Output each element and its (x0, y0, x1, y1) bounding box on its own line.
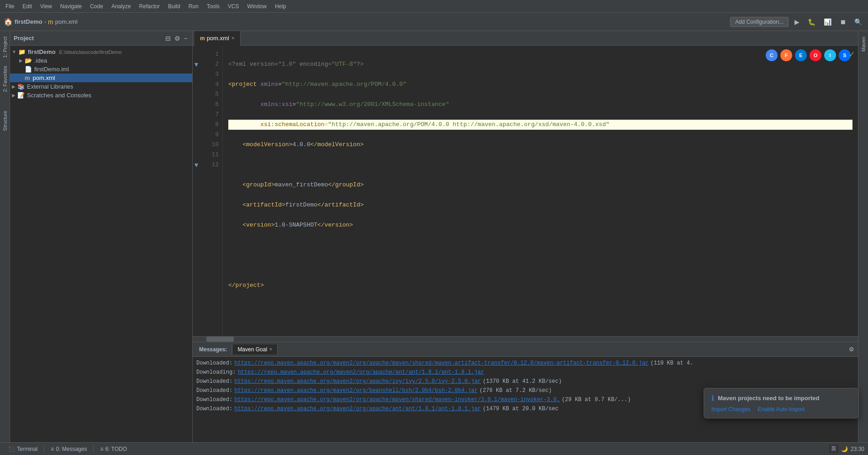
pom-file-icon: m (48, 18, 53, 26)
menu-refactor[interactable]: Refactor (136, 2, 163, 11)
left-sidebar: 1: Project 2: Favorites Structure (0, 31, 10, 442)
log-link-2[interactable]: https://repo.maven.apache.org/maven2/org… (237, 368, 484, 377)
systray-lang[interactable]: 英 (829, 444, 838, 453)
maven-goal-tab[interactable]: Maven Goal ✕ (233, 344, 278, 354)
project-settings-button[interactable]: ⚙ (174, 34, 181, 43)
maven-goal-label: Maven Goal (237, 346, 267, 353)
log-line-2: Downloading: https://repo.maven.apache.o… (196, 368, 854, 377)
menu-vcs[interactable]: VCS (224, 2, 243, 11)
menu-navigate[interactable]: Navigate (57, 2, 85, 11)
log-link-4[interactable]: https://repo.maven.apache.org/maven2/org… (234, 386, 478, 395)
sidebar-item-structure[interactable]: Structure (1, 107, 9, 135)
menu-build[interactable]: Build (164, 2, 184, 11)
project-minimize-button[interactable]: − (183, 34, 189, 43)
project-layout-button[interactable]: ⊟ (164, 34, 172, 43)
bottom-taskbar: ⬛ Terminal ≡ 0: Messages ≡ 6: TODO 英 🌙 2… (0, 442, 868, 455)
code-line-10 (228, 240, 852, 250)
tab-close-button[interactable]: ✕ (231, 36, 235, 41)
editor-check-icon: ✓ (848, 49, 855, 59)
log-prefix-4: Downloaded: (196, 386, 232, 395)
code-line-12: </project> (228, 280, 852, 291)
right-tab-maven[interactable]: Maven (860, 33, 867, 55)
log-link-5[interactable]: https://repo.maven.apache.org/maven2/org… (234, 395, 560, 404)
maven-goal-close[interactable]: ✕ (269, 347, 273, 352)
tree-root-firstDemo[interactable]: ▼ 📁 firstDemo E:\Idea\classcode\firstDem… (10, 48, 192, 56)
menu-edit[interactable]: Edit (19, 2, 36, 11)
menu-window[interactable]: Window (243, 2, 270, 11)
log-prefix-1: Downloaded: (196, 359, 232, 368)
stop-button[interactable]: ⏹ (837, 17, 848, 27)
log-prefix-6: Downloaded: (196, 404, 232, 413)
bottom-tabs: Messages: Maven Goal ✕ ⚙ (193, 342, 858, 357)
ie-icon[interactable]: I (824, 49, 836, 61)
horizontal-scrollbar[interactable] (193, 336, 858, 342)
sidebar-item-project[interactable]: 1: Project (1, 33, 9, 61)
coverage-button[interactable]: 📊 (821, 17, 834, 27)
taskbar-todo[interactable]: ≡ 6: TODO (95, 444, 132, 454)
menu-run[interactable]: Run (185, 2, 202, 11)
enable-auto-import-link[interactable]: Enable Auto-Import (758, 406, 805, 413)
project-panel: Project ⊟ ⚙ − ▼ 📁 firstDemo E:\Idea\clas… (10, 31, 193, 442)
project-header: Project ⊟ ⚙ − (10, 31, 192, 46)
run-button[interactable]: ▶ (792, 17, 802, 27)
menu-analyze[interactable]: Analyze (108, 2, 135, 11)
fold-gutter[interactable]: ▼ ▼ (193, 46, 200, 336)
menu-code[interactable]: Code (86, 2, 107, 11)
root-path: E:\Idea\classcode\firstDemo (59, 49, 122, 55)
code-editor[interactable]: <?xml version="1.0" encoding="UTF-8"?> <… (223, 46, 858, 336)
editor-content[interactable]: ▼ ▼ 12345 678910 1112 <?xml version="1.0… (193, 46, 858, 336)
code-line-11 (228, 260, 852, 270)
edge-icon[interactable]: E (795, 49, 807, 61)
chrome-icon[interactable]: C (766, 49, 778, 61)
project-title: Project (14, 35, 163, 42)
log-prefix-3: Downloaded: (196, 377, 232, 386)
log-line-3: Downloaded: https://repo.maven.apache.or… (196, 377, 854, 386)
tree-idea-folder[interactable]: ▶ 📂 .idea (10, 56, 192, 65)
messages-label: 0: Messages (56, 446, 87, 452)
bottom-settings-button[interactable]: ⚙ (847, 345, 856, 354)
log-link-1[interactable]: https://repo.maven.apache.org/maven2/org… (234, 359, 648, 368)
log-link-3[interactable]: https://repo.maven.apache.org/maven2/org… (234, 377, 481, 386)
code-line-1: <?xml version="1.0" encoding="UTF-8"?> (228, 59, 852, 69)
tree-pom-xml[interactable]: ▶ m pom.xml (10, 74, 192, 82)
log-size-1: (110 KB at 4. (651, 359, 694, 368)
breadcrumb-project[interactable]: firstDemo (15, 18, 42, 25)
notification-header: ℹ Maven projects need to be imported (711, 394, 851, 402)
log-line-1: Downloaded: https://repo.maven.apache.or… (196, 359, 854, 368)
log-prefix-2: Downloading: (196, 368, 236, 377)
breadcrumb: 🏠 firstDemo › m pom.xml (4, 17, 78, 26)
notification-popup: ℹ Maven projects need to be imported Imp… (704, 388, 859, 418)
notification-info-icon: ℹ (711, 394, 714, 402)
taskbar-messages[interactable]: ≡ 0: Messages (46, 444, 91, 454)
sidebar-item-favorites[interactable]: 2: Favorites (1, 62, 9, 95)
code-line-9: <version>1.0-SNAPSHOT</version> (228, 220, 852, 230)
right-sidebar: Maven (858, 31, 868, 442)
log-link-6[interactable]: https://repo.maven.apache.org/maven2/org… (234, 404, 481, 413)
taskbar-terminal[interactable]: ⬛ Terminal (4, 444, 42, 454)
import-changes-link[interactable]: Import Changes (711, 406, 750, 413)
menu-view[interactable]: View (37, 2, 56, 11)
log-prefix-5: Downloaded: (196, 395, 232, 404)
tree-external-libraries[interactable]: ▶ 📚 External Libraries (10, 82, 192, 91)
project-tree: ▼ 📁 firstDemo E:\Idea\classcode\firstDem… (10, 46, 192, 442)
menu-tools[interactable]: Tools (203, 2, 223, 11)
taskbar-sep-2 (93, 445, 94, 453)
opera-icon[interactable]: O (810, 49, 821, 61)
scrollbar-thumb[interactable] (206, 337, 234, 342)
menu-help[interactable]: Help (271, 2, 290, 11)
code-line-5: <modelVersion>4.0.0</modelVersion> (228, 140, 852, 150)
menu-file[interactable]: File (2, 2, 18, 11)
tree-scratches[interactable]: ▶ 📝 Scratches and Consoles (10, 91, 192, 100)
log-size-6: (1479 KB at 20.0 KB/sec (483, 404, 558, 413)
editor-tab-pom[interactable]: m pom.xml ✕ (195, 31, 241, 46)
debug-button[interactable]: 🐛 (805, 17, 818, 27)
tree-firstdemo-iml[interactable]: ▶ 📄 firstDemo.iml (10, 65, 192, 74)
toolbar: 🏠 firstDemo › m pom.xml Add Configuratio… (0, 13, 868, 31)
taskbar-sep-1 (44, 445, 44, 453)
breadcrumb-file[interactable]: pom.xml (55, 18, 78, 25)
firefox-icon[interactable]: F (780, 49, 792, 61)
search-everywhere-button[interactable]: 🔍 (852, 17, 864, 27)
messages-label: Messages: (195, 344, 232, 354)
systray: 英 🌙 23:30 (829, 444, 864, 453)
add-configuration-button[interactable]: Add Configuration... (730, 17, 789, 27)
